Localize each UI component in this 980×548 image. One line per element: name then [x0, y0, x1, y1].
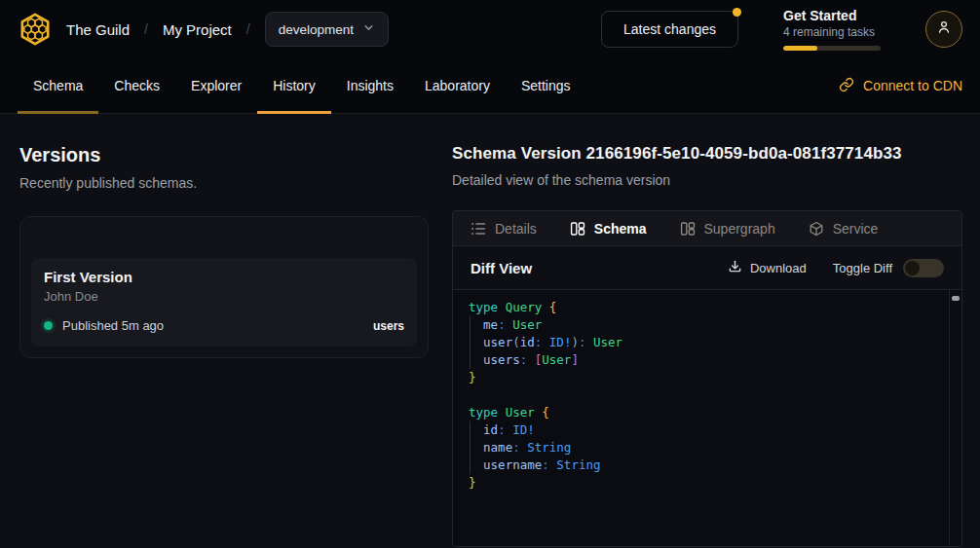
- tab-schema[interactable]: Schema: [570, 221, 647, 237]
- code-line: }: [469, 474, 932, 492]
- toggle-diff-label: Toggle Diff: [833, 261, 892, 275]
- download-button[interactable]: Download: [728, 259, 807, 276]
- code-line: me: User: [469, 316, 932, 334]
- nav-tab-schema[interactable]: Schema: [18, 58, 98, 113]
- breadcrumb-org[interactable]: The Guild: [66, 21, 130, 38]
- tab-supergraph[interactable]: Supergraph: [680, 221, 775, 237]
- schema-version-title: Schema Version 2166196f-5e10-4059-bd0a-0…: [452, 144, 962, 164]
- versions-card: First Version John Doe Published 5m ago …: [19, 216, 429, 358]
- link-icon: [839, 77, 854, 95]
- scrollbar-thumb[interactable]: [952, 296, 960, 301]
- get-started-progress-bar: [783, 46, 881, 51]
- nav-tab-settings[interactable]: Settings: [506, 58, 586, 113]
- breadcrumb-project[interactable]: My Project: [163, 21, 232, 38]
- code-line: user(id: ID!): User: [469, 334, 932, 351]
- nav-tab-explorer[interactable]: Explorer: [175, 58, 257, 113]
- connect-to-cdn-label: Connect to CDN: [863, 78, 962, 93]
- topbar: The Guild / My Project / development Lat…: [0, 0, 980, 58]
- version-status: Published 5m ago: [62, 318, 164, 333]
- get-started-widget[interactable]: Get Started 4 remaining tasks: [783, 8, 881, 51]
- service-badge: users: [373, 319, 404, 333]
- environment-selector[interactable]: development: [265, 12, 389, 47]
- nav-tab-laboratory[interactable]: Laboratory: [409, 58, 506, 113]
- code-line: username: String: [469, 457, 932, 474]
- tab-label: Supergraph: [704, 221, 775, 237]
- panels-icon: [570, 221, 585, 237]
- main-nav: SchemaChecksExplorerHistoryInsightsLabor…: [0, 58, 980, 114]
- latest-changes-button[interactable]: Latest changes: [601, 11, 738, 48]
- user-avatar[interactable]: [925, 11, 962, 48]
- nav-tab-insights[interactable]: Insights: [331, 58, 409, 113]
- download-icon: [728, 259, 742, 276]
- indent-guide: [470, 421, 471, 474]
- main-content: Versions Recently published schemas. Fir…: [0, 114, 980, 547]
- version-meta-row: Published 5m ago users: [44, 318, 404, 333]
- versions-title: Versions: [19, 144, 429, 166]
- schema-version-section: Schema Version 2166196f-5e10-4059-bd0a-0…: [452, 144, 962, 547]
- code-line: type Query {: [469, 299, 932, 316]
- nav-tab-history[interactable]: History: [257, 58, 331, 113]
- environment-selector-value: development: [279, 22, 354, 37]
- breadcrumb-separator: /: [144, 21, 148, 37]
- tab-service[interactable]: Service: [809, 221, 879, 237]
- indent-guide: [470, 316, 471, 369]
- get-started-title: Get Started: [783, 8, 881, 23]
- hive-logo-icon[interactable]: [18, 12, 53, 47]
- panels-icon: [680, 221, 696, 237]
- published-status-dot: [44, 321, 53, 330]
- nav-tabs: SchemaChecksExplorerHistoryInsightsLabor…: [18, 58, 586, 113]
- code-line: users: [User]: [469, 351, 932, 369]
- topbar-right: Latest changes Get Started 4 remaining t…: [601, 8, 962, 51]
- tab-label: Service: [833, 221, 879, 237]
- download-label: Download: [750, 261, 807, 275]
- schema-version-subtitle: Detailed view of the schema version: [452, 172, 962, 188]
- version-list-item[interactable]: First Version John Doe Published 5m ago …: [31, 258, 417, 347]
- code-line: name: String: [469, 439, 932, 457]
- get-started-progress-fill: [783, 46, 817, 51]
- diff-header: Diff View Download Toggle Diff: [453, 246, 961, 290]
- person-icon: [935, 18, 953, 40]
- nav-tab-checks[interactable]: Checks: [98, 58, 175, 113]
- versions-subtitle: Recently published schemas.: [19, 175, 429, 191]
- toggle-diff-switch[interactable]: [903, 259, 944, 277]
- code-line: type User {: [469, 404, 932, 421]
- get-started-subtitle: 4 remaining tasks: [783, 25, 881, 39]
- notification-dot: [733, 8, 741, 17]
- tab-label: Details: [495, 221, 537, 237]
- versions-section: Versions Recently published schemas. Fir…: [19, 144, 429, 547]
- code-line: }: [469, 369, 932, 386]
- schema-view-tabs: DetailsSchemaSupergraphService: [453, 211, 961, 246]
- cube-icon: [809, 221, 824, 237]
- toggle-knob: [905, 261, 920, 275]
- chevron-down-icon: [362, 21, 375, 37]
- breadcrumb-separator: /: [246, 21, 250, 37]
- tab-label: Schema: [594, 221, 647, 237]
- schema-version-panel: DetailsSchemaSupergraphService Diff View…: [452, 210, 962, 547]
- latest-changes-label: Latest changes: [623, 21, 716, 37]
- breadcrumb: The Guild / My Project / development: [66, 12, 389, 47]
- schema-code-viewer: type Query { me: User user(id: ID!): Use…: [453, 290, 961, 546]
- version-name: First Version: [44, 269, 404, 285]
- code-line: [469, 386, 932, 404]
- connect-to-cdn-link[interactable]: Connect to CDN: [839, 77, 962, 95]
- code-line: id: ID!: [469, 421, 932, 439]
- toggle-diff-control: Toggle Diff: [833, 259, 944, 277]
- diff-view-title: Diff View: [471, 260, 532, 276]
- version-author: John Doe: [44, 289, 404, 304]
- schema-code[interactable]: type Query { me: User user(id: ID!): Use…: [453, 290, 961, 500]
- list-icon: [471, 221, 486, 237]
- vertical-scrollbar[interactable]: [949, 290, 961, 546]
- tab-details[interactable]: Details: [471, 221, 537, 237]
- diff-actions: Download Toggle Diff: [728, 259, 944, 277]
